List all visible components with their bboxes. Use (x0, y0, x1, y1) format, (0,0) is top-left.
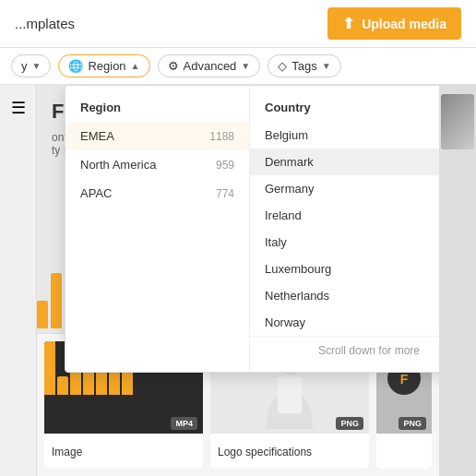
thumb-label-2: Logo specifications (210, 434, 369, 469)
country-name-luxembourg: Luxembourg (265, 262, 331, 276)
orange-bar (44, 341, 55, 395)
country-row-norway[interactable]: Norway 421 (250, 309, 439, 336)
svg-rect-1 (278, 376, 302, 413)
upload-icon: ⬆ (342, 15, 354, 32)
filter-advanced-label: Advanced (184, 59, 237, 73)
filter-tags-label: Tags (292, 59, 316, 73)
filter-type-button[interactable]: y ▼ (11, 54, 51, 77)
header: ...mplates ⬆ Upload media (0, 0, 476, 48)
app-title: ...mplates (15, 16, 75, 31)
region-row-apac[interactable]: APAC 774 (65, 179, 249, 208)
country-name-netherlands: Netherlands (265, 289, 329, 303)
thumb-label-1: Image (44, 434, 203, 469)
mini-bar-5 (109, 372, 120, 395)
upload-button[interactable]: ⬆ Upload media (327, 7, 461, 40)
filter-bar: y ▼ 🌐 Region ▲ ⚙ Advanced ▼ ◇ Tags ▼ (0, 48, 476, 85)
thumb-badge-1: MP4 (171, 417, 197, 430)
country-column: Country Belgium 414 Denmark 100 Germany … (250, 86, 439, 372)
sliders-icon: ⚙ (168, 59, 179, 73)
region-name-north-america: North America (80, 158, 156, 172)
country-row-netherlands[interactable]: Netherlands 248 (250, 282, 439, 309)
filter-type-label: y (21, 59, 28, 73)
dropdown-inner: Region EMEA 1188 North America 959 APAC … (65, 86, 439, 372)
chevron-down-icon-3: ▼ (322, 61, 331, 71)
filter-advanced-button[interactable]: ⚙ Advanced ▼ (158, 54, 261, 77)
region-column-header: Region (65, 93, 249, 122)
country-name-italy: Italy (265, 235, 287, 249)
region-count-apac: 774 (216, 187, 234, 200)
left-sidebar: ☰ (0, 85, 37, 476)
thumb-label-3 (376, 434, 432, 469)
region-name-apac: APAC (80, 186, 112, 200)
country-name-germany: Germany (265, 182, 314, 196)
main-content: ☰ Fin ontal ty Inte (0, 85, 476, 476)
right-panel (439, 85, 476, 476)
region-count-north-america: 959 (216, 159, 234, 172)
filter-region-button[interactable]: 🌐 Region ▲ (58, 54, 149, 77)
mini-bar-1 (57, 376, 68, 395)
tag-icon: ◇ (278, 59, 287, 73)
svg-text:F: F (400, 372, 409, 387)
thumb-badge-2: PNG (336, 417, 363, 430)
thumb-badge-3: PNG (399, 417, 426, 430)
chevron-down-icon: ▼ (32, 61, 42, 71)
country-row-italy[interactable]: Italy 100 (250, 229, 439, 256)
chevron-up-icon: ▲ (131, 61, 140, 71)
country-row-denmark[interactable]: Denmark 100 (250, 149, 439, 175)
region-dropdown: Region EMEA 1188 North America 959 APAC … (65, 85, 439, 373)
region-name-emea: EMEA (80, 129, 114, 143)
chevron-down-icon-2: ▼ (241, 61, 250, 71)
content-area: Fin ontal ty Inte (37, 85, 439, 476)
left-panel-item[interactable]: ☰ (5, 94, 32, 122)
filter-region-label: Region (88, 59, 125, 73)
globe-icon: 🌐 (68, 59, 83, 73)
upload-button-label: Upload media (362, 17, 446, 31)
country-row-germany[interactable]: Germany 119 (250, 175, 439, 202)
right-panel-thumbnail[interactable] (441, 94, 474, 149)
region-row-emea[interactable]: EMEA 1188 (65, 122, 249, 150)
region-row-north-america[interactable]: North America 959 (65, 150, 249, 179)
country-column-header: Country (250, 93, 439, 122)
scroll-more-hint: Scroll down for more (250, 336, 439, 364)
filter-tags-button[interactable]: ◇ Tags ▼ (268, 54, 340, 77)
country-row-luxembourg[interactable]: Luxembourg 324 (250, 256, 439, 282)
country-row-belgium[interactable]: Belgium 414 (250, 122, 439, 149)
region-count-emea: 1188 (209, 130, 234, 143)
region-column: Region EMEA 1188 North America 959 APAC … (65, 86, 250, 372)
country-name-norway: Norway (265, 315, 305, 329)
right-panel-image (441, 94, 474, 149)
country-name-ireland: Ireland (265, 208, 302, 222)
country-name-denmark: Denmark (265, 155, 314, 169)
bar-2 (51, 273, 62, 328)
country-name-belgium: Belgium (265, 128, 308, 142)
bar-1 (37, 301, 48, 328)
country-row-ireland[interactable]: Ireland 233 (250, 202, 439, 229)
